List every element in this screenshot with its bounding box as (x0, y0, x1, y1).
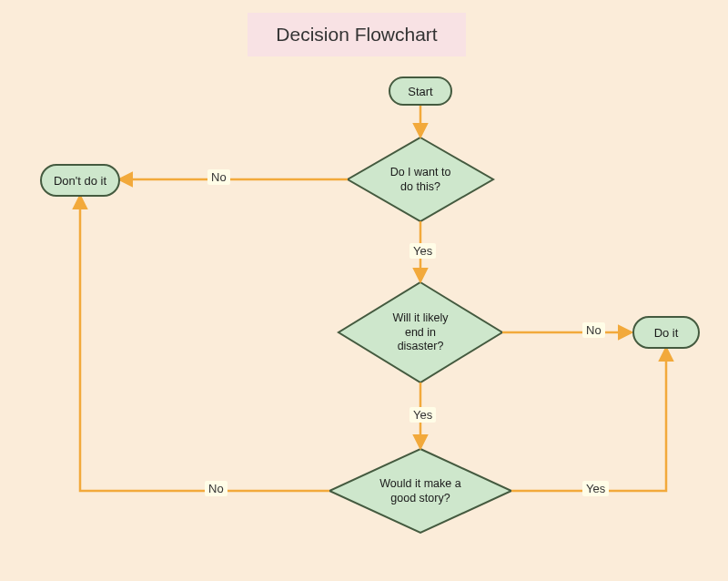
label-disaster-no: No (582, 322, 605, 338)
node-doit: Do it (632, 316, 700, 349)
label-want-no: No (207, 169, 230, 185)
node-dont-label: Don't do it (54, 174, 106, 188)
decision-story (329, 449, 511, 533)
label-disaster-yes: Yes (410, 407, 436, 423)
label-story-no: No (205, 481, 228, 496)
label-story-yes: Yes (582, 481, 609, 496)
node-dont: Don't do it (40, 164, 120, 197)
node-doit-label: Do it (654, 326, 679, 340)
edge-story-yes (511, 349, 666, 491)
node-start: Start (389, 76, 452, 106)
flowchart-canvas (0, 0, 728, 581)
decision-want (348, 138, 493, 221)
node-start-label: Start (408, 85, 432, 98)
edge-story-no (80, 197, 329, 491)
decision-disaster (339, 282, 502, 382)
label-want-yes: Yes (410, 243, 436, 259)
